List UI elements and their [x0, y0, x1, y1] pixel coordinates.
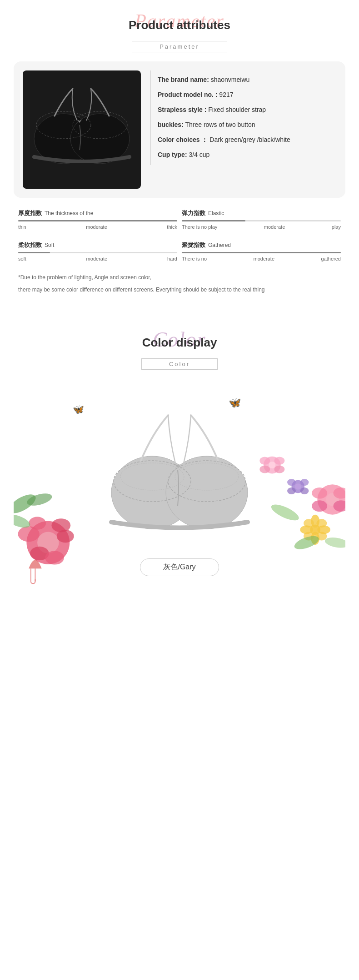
disclaimer2: there may be some color difference on di… [18, 285, 341, 295]
section1-subtitle-box: Parameter [132, 41, 227, 52]
model-label: Product model no. : [158, 91, 217, 98]
tick-2-0: soft [18, 256, 26, 261]
indicator-bar-2 [18, 252, 177, 253]
section1-subtitle-row: Parameter [9, 38, 350, 61]
indicator-block-1: 弹力指数ElasticThere is no playmoderateplay [182, 207, 341, 232]
color-choices-label: Color choices ： [158, 136, 208, 143]
cup-label: Cup type: [158, 151, 187, 158]
indicator-ticks-2: softmoderatehard [18, 256, 177, 261]
product-card-inner: The brand name: shaonvmeiwu Product mode… [23, 70, 336, 189]
indicator-bar-fill-1 [182, 220, 245, 221]
indicator-english-0: The thickness of the [45, 210, 93, 216]
tick-2-1: moderate [86, 256, 107, 261]
tick-1-1: moderate [264, 224, 285, 230]
indicator-block-2: 柔软指数Softsoftmoderatehard [18, 239, 177, 264]
color-label: 灰色/Gary [140, 558, 219, 576]
tick-3-0: There is no [182, 256, 207, 261]
indicator-ticks-1: There is no playmoderateplay [182, 224, 341, 230]
indicator-chinese-1: 弹力指数 [182, 209, 205, 217]
brand-label: The brand name: [158, 76, 209, 83]
detail-color: Color choices ： Dark green/grey /black/w… [158, 135, 336, 145]
color-display-section: Color Color display Color [0, 317, 359, 615]
section2-subtitle-row: Color [9, 356, 350, 379]
section2-subtitle: Color [169, 361, 190, 367]
indicator-english-1: Elastic [208, 210, 224, 216]
indicator-label-row-2: 柔软指数Soft [18, 241, 177, 249]
color-label-row: 灰色/Gary [14, 558, 345, 576]
indicator-bar-0 [18, 220, 177, 221]
indicator-label-row-3: 聚拢指数Gathered [182, 241, 341, 249]
indicator-ticks-0: thinmoderatethick [18, 224, 177, 230]
product-card: The brand name: shaonvmeiwu Product mode… [14, 61, 345, 198]
tick-0-0: thin [18, 224, 26, 230]
brand-value: shaonvmeiwu [211, 76, 250, 83]
tick-0-1: moderate [86, 224, 107, 230]
indicator-bar-1 [182, 220, 341, 221]
indicator-english-2: Soft [45, 242, 54, 248]
butterfly-left: 🦋 [73, 404, 84, 415]
detail-model: Product model no. : 9217 [158, 90, 336, 100]
grey-bra-svg [93, 406, 266, 552]
detail-strapless: Strapless style : Fixed shoulder strap [158, 105, 336, 115]
indicator-chinese-0: 厚度指数 [18, 209, 42, 217]
indicator-block-0: 厚度指数The thickness of thethinmoderatethic… [18, 207, 177, 232]
buckles-label: buckles: [158, 121, 184, 128]
indicator-block-3: 聚拢指数GatheredThere is nomoderategathered [182, 239, 341, 264]
product-color-image [14, 379, 345, 552]
strapless-label: Strapless style : [158, 106, 206, 113]
tick-3-1: moderate [254, 256, 274, 261]
product-image [23, 70, 141, 189]
detail-brand: The brand name: shaonvmeiwu [158, 75, 336, 85]
tick-2-2: hard [167, 256, 177, 261]
indicator-ticks-3: There is nomoderategathered [182, 256, 341, 261]
product-details: The brand name: shaonvmeiwu Product mode… [150, 70, 336, 165]
color-choices-value: Dark green/grey /black/white [209, 136, 290, 143]
product-attributes-section: Parameter Product attributes Parameter [0, 0, 359, 317]
model-value: 9217 [219, 91, 233, 98]
section2-title-wrapper: Color Color display [9, 331, 350, 352]
indicator-bar-3 [182, 252, 341, 253]
tick-1-2: play [332, 224, 341, 230]
color-display-area: 🦋 🦋 [14, 379, 345, 606]
detail-buckles: buckles: Three rows of two button [158, 120, 336, 130]
indicator-chinese-2: 柔软指数 [18, 241, 42, 249]
indicators-grid: 厚度指数The thickness of thethinmoderatethic… [14, 207, 345, 264]
indicator-label-row-1: 弹力指数Elastic [182, 209, 341, 217]
section1-subtitle: Parameter [160, 43, 199, 50]
indicator-bar-fill-0 [18, 220, 177, 221]
indicator-bar-fill-2 [18, 252, 50, 253]
section2-subtitle-box: Color [141, 358, 218, 370]
section1-main-title: Product attributes [9, 14, 350, 35]
section1-title-wrapper: Parameter Product attributes [9, 14, 350, 35]
indicator-label-row-0: 厚度指数The thickness of the [18, 209, 177, 217]
detail-cup: Cup type: 3/4 cup [158, 150, 336, 160]
tick-1-0: There is no play [182, 224, 217, 230]
disclaimer1: *Due to the problem of lighting, Angle a… [18, 273, 341, 283]
indicator-bar-fill-3 [182, 252, 341, 253]
strapless-value: Fixed shoulder strap [208, 106, 266, 113]
tick-3-2: gathered [321, 256, 341, 261]
cup-value: 3/4 cup [189, 151, 209, 158]
tick-0-2: thick [167, 224, 177, 230]
buckles-value: Three rows of two button [185, 121, 255, 128]
indicator-chinese-3: 聚拢指数 [182, 241, 205, 249]
indicator-english-3: Gathered [208, 242, 231, 248]
section2-main-title: Color display [9, 331, 350, 352]
butterfly-right: 🦋 [229, 397, 241, 409]
